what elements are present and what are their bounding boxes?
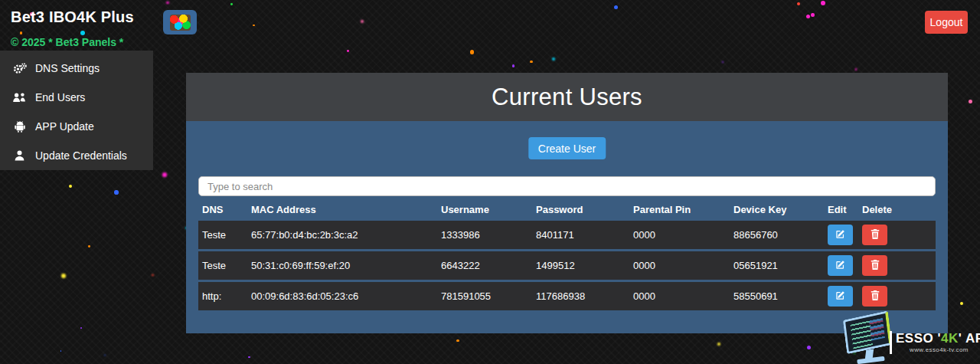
cell-parental-pin: 0000 [633,229,733,241]
col-header-parental-pin: Parental Pin [633,204,733,215]
card-body: Create User DNS MAC Address Username Pas… [186,121,948,333]
confetti-dot [20,31,22,34]
confetti-dot [960,302,963,305]
logout-button[interactable]: Logout [925,11,968,34]
confetti-dot [104,355,106,356]
watermark-brand: ESSO '4K' APPS [896,331,980,346]
cogs-icon [12,63,27,74]
trash-icon [871,260,880,272]
confetti-dot [855,68,858,71]
edit-user-button[interactable] [828,255,853,276]
brand-logo-button[interactable] [163,10,197,34]
watermark-4k: 4K [941,331,959,346]
trash-icon [871,229,880,241]
cell-mac-address: 00:09:6d:83:6d:05:23:c6 [251,290,441,302]
cell-username: 1333986 [441,229,536,241]
edit-pencil-icon [835,260,845,272]
create-user-button[interactable]: Create User [528,137,606,159]
confetti-dot [470,50,474,54]
confetti-dot [162,172,167,177]
app-title: Bet3 IBO4K Plus [11,8,134,26]
sidebar-item-dns-settings[interactable]: DNS Settings [0,54,153,83]
sidebar-item-app-update[interactable]: APP Update [0,112,153,141]
cell-dns: Teste [198,229,251,241]
col-header-mac-address: MAC Address [251,204,441,215]
col-header-edit: Edit [828,204,862,215]
confetti-dot [969,100,972,103]
cell-parental-pin: 0000 [633,260,733,271]
android-icon [12,120,27,133]
confetti-dot [797,2,800,5]
sidebar-item-label: Update Credentials [35,149,127,162]
confetti-dot [552,57,555,61]
confetti-dot [807,346,811,349]
table-header-row: DNS MAC Address Username Password Parent… [198,198,936,221]
confetti-dot [114,190,119,195]
graffiti-logo-icon [170,15,191,31]
confetti-dot [88,245,90,248]
confetti-dot [166,2,169,5]
edit-user-button[interactable] [828,225,853,245]
edit-pencil-icon [835,290,845,303]
confetti-dot [80,31,85,35]
confetti-dot [456,339,459,342]
trash-icon [871,290,880,303]
page-title: Current Users [492,84,642,111]
confetti-dot [248,356,250,358]
cell-password: 117686938 [536,290,633,302]
table-row: Teste 50:31:c0:69:ff:59:ef:20 6643222 14… [198,251,936,280]
confetti-dot [806,15,811,19]
sidebar-item-label: End Users [35,91,85,103]
sidebar-item-update-credentials[interactable]: Update Credentials [0,141,153,170]
cell-mac-address: 65:77:b0:d4:bc:2b:3c:a2 [251,229,441,241]
confetti-dot [347,50,349,52]
sidebar-item-end-users[interactable]: End Users [0,83,153,112]
delete-user-button[interactable] [862,255,887,276]
delete-user-button[interactable] [862,286,887,307]
col-header-username: Username [441,204,536,215]
cell-dns: Teste [198,260,251,271]
confetti-dot [811,13,815,17]
cell-device-key: 58550691 [733,290,828,302]
col-header-device-key: Device Key [733,204,828,215]
copyright-text: © 2025 * Bet3 Panels * [11,36,123,48]
confetti-dot [530,61,532,63]
watermark-website: www.esso4k-tv.com [910,346,969,353]
confetti-dot [512,64,515,67]
delete-user-button[interactable] [862,225,887,245]
cell-password: 8401171 [536,229,633,241]
confetti-dot [253,25,255,27]
confetti-dot [614,5,618,9]
cell-username: 781591055 [441,290,536,302]
edit-pencil-icon [835,229,845,241]
cell-parental-pin: 0000 [633,290,733,302]
users-icon [12,92,27,103]
sidebar-item-label: DNS Settings [35,62,100,74]
table-body: Teste 65:77:b0:d4:bc:2b:3c:a2 1333986 84… [198,221,936,310]
user-icon [12,150,27,161]
search-input[interactable] [198,176,936,196]
cell-password: 1499512 [536,260,633,271]
table-row: http: 00:09:6d:83:6d:05:23:c6 781591055 … [198,282,936,310]
sidebar: DNS Settings End Users [0,51,153,170]
confetti-dot [722,61,724,63]
cell-dns: http: [198,290,251,302]
confetti-dot [80,327,82,329]
table-row: Teste 65:77:b0:d4:bc:2b:3c:a2 1333986 84… [198,221,936,249]
cell-device-key: 88656760 [733,229,828,241]
cell-mac-address: 50:31:c0:69:ff:59:ef:20 [251,260,441,271]
confetti-dot [60,350,62,352]
confetti-dot [230,3,233,5]
edit-user-button[interactable] [828,286,853,307]
desktop-background: Bet3 IBO4K Plus © 2025 * Bet3 Panels * L… [0,0,980,364]
esso-watermark: ESSO '4K' APPS www.esso4k-tv.com [836,313,980,364]
current-users-card: Current Users Create User DNS MAC Addres… [186,73,948,333]
confetti-dot [69,185,72,188]
col-header-delete: Delete [862,204,893,215]
confetti-dot [361,20,364,23]
col-header-dns: DNS [198,204,251,215]
cell-device-key: 05651921 [733,260,828,271]
col-header-password: Password [536,204,633,215]
watermark-divider [890,331,892,354]
confetti-dot [821,1,825,5]
